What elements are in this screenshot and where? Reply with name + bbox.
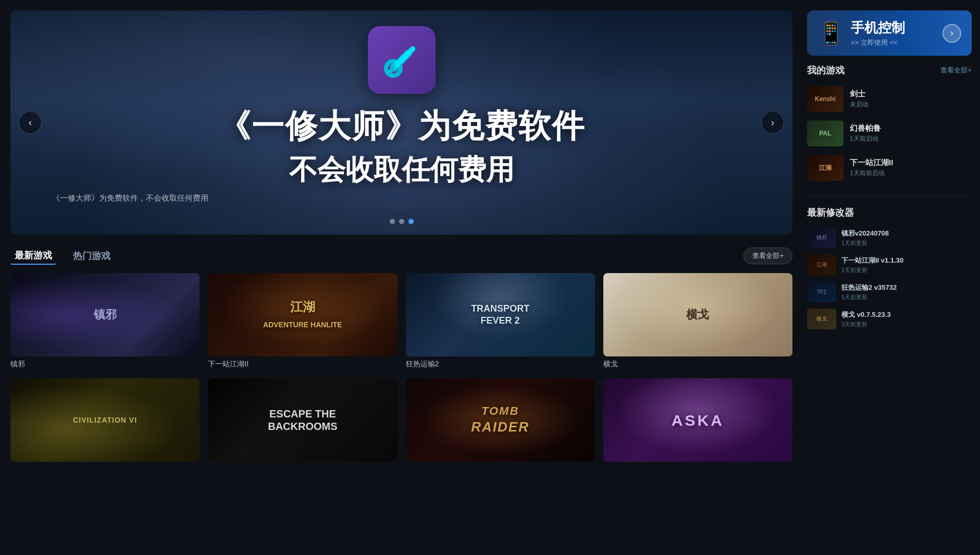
hero-subtitle: 不会收取任何费用 [10, 151, 792, 189]
game-title-zhenzha: 镇邪 [10, 356, 200, 370]
tab-popular[interactable]: 热门游戏 [69, 248, 115, 264]
modifier-transport-thumb: TF2 [807, 281, 836, 302]
game-card-zhenzha[interactable]: 镇邪 镇邪 [10, 273, 200, 370]
mobile-banner-subtitle: >> 立即使用 << [851, 38, 936, 47]
modifier-zhenzha-date: 1天前更新 [841, 239, 972, 247]
jianghu2-thumb-inner: 江湖 [807, 155, 843, 181]
modifier-jianghu-name: 下一站江湖II v1.1.30 [841, 256, 972, 265]
game-grid-row1: 镇邪 镇邪 江湖ADVENTURE HANLITE 下一站江湖II TRANSP… [10, 273, 792, 370]
my-games-view-all[interactable]: 查看全部+ [940, 66, 972, 75]
modifier-zhenzha[interactable]: 镇邪 镇邪v20240708 1天前更新 [807, 224, 972, 251]
modifiers-header: 最新修改器 [807, 206, 972, 219]
mod-jianghu-inner: 江湖 [807, 254, 836, 275]
game-card-jianghu[interactable]: 江湖ADVENTURE HANLITE 下一站江湖II [208, 273, 397, 370]
modifier-transport-name: 狂热运输2 v35732 [841, 283, 972, 292]
kenshi-info: 剑士 未启动 [850, 89, 972, 109]
modifier-zhenzha-thumb: 镇邪 [807, 227, 836, 248]
modifier-hengge-thumb: 横戈 [807, 309, 836, 329]
mod-transport-inner: TF2 [807, 281, 836, 302]
my-games-header: 我的游戏 查看全部+ [807, 64, 972, 77]
modifier-transport-info: 狂热运输2 v35732 1天前更新 [841, 283, 972, 301]
kenshi-thumb-inner: Kenshi [807, 86, 843, 112]
mod-zhenzha-inner: 镇邪 [807, 227, 836, 248]
tab-newest[interactable]: 最新游戏 [10, 247, 56, 265]
my-game-palworld[interactable]: PAL 幻兽帕鲁 1天前启动 [807, 116, 972, 151]
my-games-title: 我的游戏 [807, 64, 845, 77]
game-card-civ6[interactable]: CIVILIZATION VI [10, 378, 200, 462]
sidebar: 📱 手机控制 >> 立即使用 << › 我的游戏 查看全部+ Kenshi 剑士… [803, 0, 980, 555]
my-game-jianghu2-thumb: 江湖 [807, 155, 843, 181]
my-game-kenshi-thumb: Kenshi [807, 86, 843, 112]
kenshi-status: 未启动 [850, 100, 972, 109]
game-grid-row2: CIVILIZATION VI ESCAPE THEBACKROOMS TOMB… [10, 378, 792, 462]
modifier-hengge-date: 3天前更新 [841, 320, 972, 328]
jianghu2-name: 下一站江湖II [850, 158, 972, 168]
modifier-transport[interactable]: TF2 狂热运输2 v35732 1天前更新 [807, 278, 972, 305]
hero-dots [390, 219, 414, 224]
modifier-zhenzha-name: 镇邪v20240708 [841, 229, 972, 238]
palworld-thumb-inner: PAL [807, 120, 843, 146]
hero-dot-1[interactable] [390, 219, 395, 224]
modifier-jianghu[interactable]: 江湖 下一站江湖II v1.1.30 1天前更新 [807, 251, 972, 278]
palworld-name: 幻兽帕鲁 [850, 124, 972, 133]
modifier-transport-date: 1天前更新 [841, 293, 972, 301]
hero-banner: 《一修大师》为免费软件 不会收取任何费用 《一修大师》为免费软件，不会收取任何费… [10, 10, 792, 235]
section-divider [807, 195, 972, 196]
modifier-jianghu-info: 下一站江湖II v1.1.30 1天前更新 [841, 256, 972, 274]
hero-desc: 《一修大师》为免费软件，不会收取任何费用 [52, 193, 208, 203]
hero-dot-2[interactable] [399, 219, 404, 224]
hero-title: 《一修大师》为免费软件 [10, 104, 792, 148]
my-game-palworld-thumb: PAL [807, 120, 843, 146]
kenshi-name: 剑士 [850, 89, 972, 99]
game-card-escape[interactable]: ESCAPE THEBACKROOMS [208, 378, 397, 462]
modifiers-title: 最新修改器 [807, 206, 854, 219]
palworld-info: 幻兽帕鲁 1天前启动 [850, 124, 972, 143]
mobile-banner-text: 手机控制 >> 立即使用 << [851, 19, 936, 47]
mod-hengge-inner: 横戈 [807, 309, 836, 329]
my-game-jianghu2[interactable]: 江湖 下一站江湖II 1天前前启动 [807, 151, 972, 185]
modifiers-section: 最新修改器 镇邪 镇邪v20240708 1天前更新 江湖 下一站江湖II v1… [807, 206, 972, 332]
hero-dot-3[interactable] [408, 219, 414, 224]
modifier-hengge-info: 横戈 v0.7.5.23.3 3天前更新 [841, 310, 972, 328]
my-game-kenshi[interactable]: Kenshi 剑士 未启动 [807, 82, 972, 116]
modifier-jianghu-date: 1天前更新 [841, 266, 972, 274]
game-card-aska[interactable]: ASKA [603, 378, 792, 462]
hero-app-icon [368, 26, 436, 94]
jianghu2-info: 下一站江湖II 1天前前启动 [850, 158, 972, 178]
main-content: 《一修大师》为免费软件 不会收取任何费用 《一修大师》为免费软件，不会收取任何费… [0, 0, 803, 555]
svg-rect-2 [392, 45, 416, 69]
modifier-hengge[interactable]: 横戈 横戈 v0.7.5.23.3 3天前更新 [807, 305, 972, 332]
hero-prev-button[interactable]: ‹ [19, 111, 42, 134]
modifier-hengge-name: 横戈 v0.7.5.23.3 [841, 310, 972, 319]
game-title-jianghu: 下一站江湖II [208, 356, 397, 370]
palworld-status: 1天前启动 [850, 134, 972, 143]
mobile-banner-title: 手机控制 [851, 19, 936, 37]
game-card-hengge[interactable]: 横戈 横戈 [603, 273, 792, 370]
mobile-banner-arrow: › [942, 24, 961, 43]
game-title-hengge: 横戈 [603, 356, 792, 370]
game-card-transport[interactable]: TRANSPORTFEVER 2 狂热运输2 [406, 273, 595, 370]
main-layout: 《一修大师》为免费软件 不会收取任何费用 《一修大师》为免费软件，不会收取任何费… [0, 0, 980, 555]
game-card-tomb[interactable]: TOMBRAIDER [406, 378, 595, 462]
section-header: 最新游戏 热门游戏 查看全部+ [10, 247, 792, 265]
my-games-section: 我的游戏 查看全部+ Kenshi 剑士 未启动 PAL 幻兽帕鲁 1天前启动 [807, 64, 972, 185]
modifier-zhenzha-info: 镇邪v20240708 1天前更新 [841, 229, 972, 247]
mobile-control-banner[interactable]: 📱 手机控制 >> 立即使用 << › [807, 10, 972, 56]
game-title-transport: 狂热运输2 [406, 356, 595, 370]
hero-next-button[interactable]: › [761, 111, 784, 134]
jianghu2-status: 1天前前启动 [850, 169, 972, 178]
modifier-jianghu-thumb: 江湖 [807, 254, 836, 275]
view-all-button[interactable]: 查看全部+ [743, 248, 792, 264]
mobile-icon: 📱 [817, 20, 845, 46]
